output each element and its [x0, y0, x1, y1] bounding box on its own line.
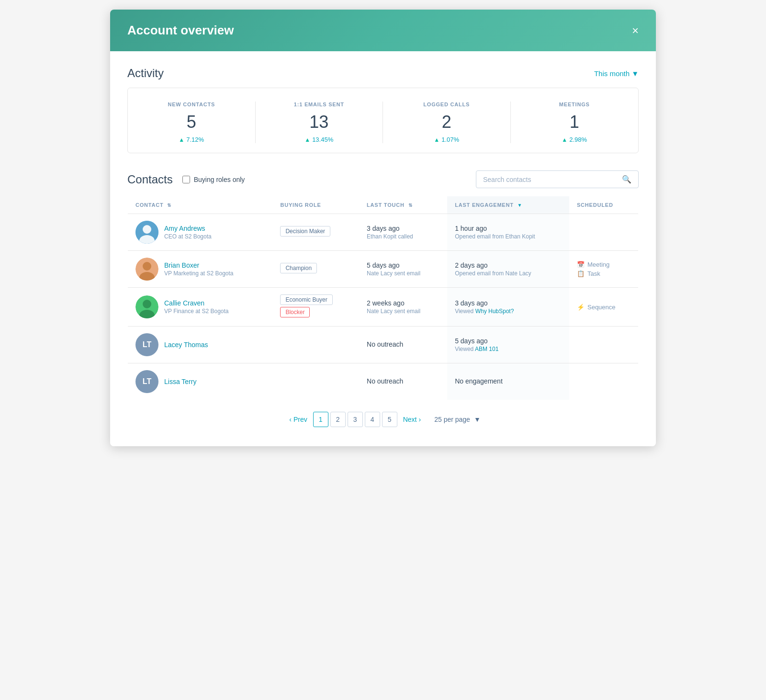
contact-sub-callie: VP Finance at S2 Bogota — [164, 308, 229, 315]
col-contact[interactable]: CONTACT ⇅ — [128, 196, 273, 214]
metric-value: 1 — [520, 112, 629, 132]
search-input[interactable] — [483, 176, 618, 183]
prev-button[interactable]: ‹ Prev — [285, 416, 311, 423]
avatar-img-amy — [135, 221, 158, 244]
role-badge-decision-maker: Decision Maker — [280, 226, 330, 237]
avatar-lacey: LT — [135, 333, 158, 356]
last-engagement-lissa: No engagement — [447, 363, 569, 400]
avatar-amy — [135, 221, 158, 244]
engagement-link-callie[interactable]: Why HubSpot? — [475, 308, 514, 315]
scheduled-sequence: ⚡ Sequence — [577, 304, 631, 311]
contact-cell-lissa: LT Lissa Terry — [128, 363, 273, 400]
per-page-selector[interactable]: 25 per page ▼ — [434, 416, 481, 423]
last-engagement-brian: 2 days ago Opened email from Nate Lacy — [447, 251, 569, 288]
last-engagement-lacey: 5 days ago Viewed ABM 101 — [447, 327, 569, 363]
period-label: This month — [594, 69, 630, 78]
metric-value: 5 — [137, 112, 246, 132]
page-5-button[interactable]: 5 — [382, 412, 397, 427]
col-last-engagement[interactable]: LAST ENGAGEMENT ▼ — [447, 196, 569, 214]
buying-role-brian: Champion — [272, 251, 359, 288]
sort-arrows-last-engagement: ▼ — [518, 203, 523, 208]
table-row: Amy Andrews CEO at S2 Bogota Decision Ma… — [128, 214, 639, 251]
last-touch-lissa: No outreach — [359, 363, 447, 400]
buying-roles-filter[interactable]: Buying roles only — [182, 176, 245, 183]
avatar-lissa: LT — [135, 370, 158, 393]
sort-arrows-last-touch: ⇅ — [408, 203, 413, 208]
chevron-right-icon: › — [419, 416, 421, 423]
contact-cell-brian: Brian Boxer VP Marketing at S2 Bogota — [128, 251, 273, 288]
page-1-button[interactable]: 1 — [313, 412, 328, 427]
page-2-button[interactable]: 2 — [330, 412, 346, 427]
avatar-img-callie — [135, 295, 158, 318]
last-engagement-amy: 1 hour ago Opened email from Ethan Kopit — [447, 214, 569, 251]
table-row: Callie Craven VP Finance at S2 Bogota Ec… — [128, 288, 639, 327]
modal-header: Account overview × — [110, 10, 656, 51]
up-arrow-icon: ▲ — [562, 136, 567, 143]
last-touch-callie: 2 weeks ago Nate Lacy sent email — [359, 288, 447, 327]
period-selector[interactable]: This month ▼ — [594, 69, 639, 78]
scheduled-lissa — [569, 363, 639, 400]
activity-title: Activity — [127, 67, 164, 80]
metric-label: MEETINGS — [520, 102, 629, 107]
svg-point-7 — [143, 300, 151, 308]
avatar-brian — [135, 258, 158, 281]
chevron-down-icon: ▼ — [631, 69, 639, 78]
contact-name-brian[interactable]: Brian Boxer — [164, 261, 234, 269]
metric-label: 1:1 EMAILS SENT — [265, 102, 373, 107]
scheduled-brian: 📅 Meeting 📋 Task — [569, 251, 639, 288]
calendar-icon: 📅 — [577, 261, 585, 268]
contact-cell-lacey: LT Lacey Thomas — [128, 327, 273, 363]
modal-title: Account overview — [127, 23, 234, 38]
last-touch-brian: 5 days ago Nate Lacy sent email — [359, 251, 447, 288]
account-overview-modal: Account overview × Activity This month ▼… — [110, 10, 656, 446]
sort-arrows-contact: ⇅ — [167, 203, 171, 208]
scheduled-lacey — [569, 327, 639, 363]
engagement-link-lacey[interactable]: ABM 101 — [475, 346, 498, 352]
svg-point-4 — [143, 262, 151, 271]
next-label: Next — [403, 416, 417, 423]
buying-role-lissa — [272, 363, 359, 400]
col-last-touch[interactable]: LAST TOUCH ⇅ — [359, 196, 447, 214]
search-icon: 🔍 — [622, 175, 631, 184]
search-container: 🔍 — [476, 170, 639, 188]
last-touch-lacey: No outreach — [359, 327, 447, 363]
task-icon: 📋 — [577, 270, 585, 277]
metric-meetings: MEETINGS 1 ▲ 2.98% — [511, 102, 639, 143]
pagination: ‹ Prev 1 2 3 4 5 Next › 25 per page ▼ — [127, 400, 639, 431]
activity-section-header: Activity This month ▼ — [127, 67, 639, 80]
chevron-left-icon: ‹ — [289, 416, 292, 423]
sequence-icon: ⚡ — [577, 304, 585, 311]
col-buying-role: BUYING ROLE — [272, 196, 359, 214]
up-arrow-icon: ▲ — [304, 136, 310, 143]
next-button[interactable]: Next › — [399, 416, 425, 423]
contact-name-callie[interactable]: Callie Craven — [164, 299, 229, 307]
contact-name-lacey[interactable]: Lacey Thomas — [164, 341, 208, 349]
contacts-title: Contacts — [127, 173, 173, 186]
contact-sub-amy: CEO at S2 Bogota — [164, 233, 212, 240]
last-touch-amy: 3 days ago Ethan Kopit called — [359, 214, 447, 251]
page-3-button[interactable]: 3 — [348, 412, 363, 427]
table-row: Brian Boxer VP Marketing at S2 Bogota Ch… — [128, 251, 639, 288]
buying-role-callie: Economic Buyer Blocker — [272, 288, 359, 327]
buying-roles-label: Buying roles only — [194, 176, 245, 183]
up-arrow-icon: ▲ — [179, 136, 184, 143]
last-engagement-callie: 3 days ago Viewed Why HubSpot? — [447, 288, 569, 327]
scheduled-amy — [569, 214, 639, 251]
scheduled-task: 📋 Task — [577, 270, 631, 277]
per-page-label: 25 per page — [434, 416, 470, 423]
buying-role-lacey — [272, 327, 359, 363]
avatar-callie — [135, 295, 158, 318]
page-4-button[interactable]: 4 — [365, 412, 380, 427]
contact-name-lissa[interactable]: Lissa Terry — [164, 378, 196, 385]
search-box: 🔍 — [476, 170, 639, 188]
contacts-section-header: Contacts Buying roles only 🔍 — [127, 170, 639, 188]
contact-cell-callie: Callie Craven VP Finance at S2 Bogota — [128, 288, 273, 327]
table-row: LT Lissa Terry No outreach No engagement — [128, 363, 639, 400]
buying-role-amy: Decision Maker — [272, 214, 359, 251]
buying-roles-checkbox[interactable] — [182, 176, 190, 183]
metric-emails-sent: 1:1 EMAILS SENT 13 ▲ 13.45% — [256, 102, 383, 143]
svg-point-1 — [143, 225, 151, 234]
close-button[interactable]: × — [632, 25, 639, 36]
contacts-table: CONTACT ⇅ BUYING ROLE LAST TOUCH ⇅ LAST … — [127, 196, 639, 400]
contact-name-amy[interactable]: Amy Andrews — [164, 225, 212, 232]
